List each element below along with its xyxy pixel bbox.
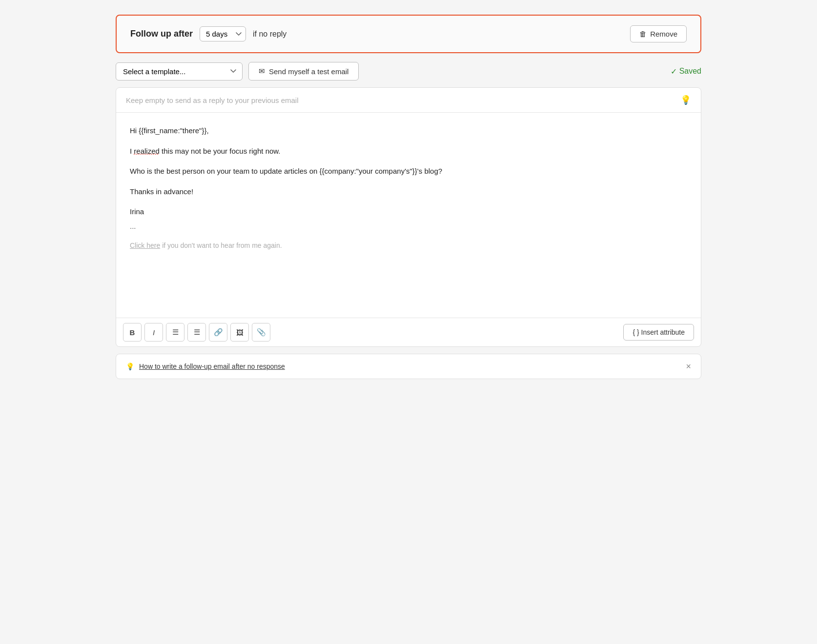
bold-button[interactable]: B [123,323,142,342]
insert-attr-label: { } Insert attribute [633,328,685,336]
bullet-list-button[interactable]: ☰ [166,323,184,342]
days-select[interactable]: 5 days 1 day 2 days 3 days 4 days 7 days… [200,26,246,41]
trash-icon: 🗑 [639,30,647,38]
subject-placeholder: Keep empty to send as a reply to your pr… [126,96,299,104]
attachment-icon: 📎 [257,328,266,337]
link-button[interactable]: 🔗 [209,323,227,342]
remove-button[interactable]: 🗑 Remove [630,25,687,42]
spellcheck-word: realized [134,147,160,155]
followup-suffix: if no reply [253,30,286,39]
body-line4: Thanks in advance! [130,185,687,198]
remove-label: Remove [650,30,677,38]
format-buttons: B I ☰ ☰ 🔗 🖼 📎 [123,323,270,342]
email-card: Keep empty to send as a reply to your pr… [116,87,701,347]
page-container: Follow up after 5 days 1 day 2 days 3 da… [116,15,701,379]
saved-label: Saved [679,67,701,76]
unsubscribe-link[interactable]: Click here [130,242,160,249]
followup-left: Follow up after 5 days 1 day 2 days 3 da… [130,26,286,41]
image-button[interactable]: 🖼 [230,323,249,342]
saved-status: ✓ Saved [671,67,701,76]
italic-icon: I [153,328,155,337]
bold-icon: B [130,328,135,337]
test-email-label: Send myself a test email [269,67,348,76]
bulb-icon: 💡 [680,95,691,105]
test-email-button[interactable]: ✉ Send myself a test email [248,62,359,80]
bullet-list-icon: ☰ [172,328,179,337]
help-close-button[interactable]: × [686,362,691,371]
italic-button[interactable]: I [144,323,163,342]
toolbar-row: Select a template... ✉ Send myself a tes… [116,62,701,80]
image-icon: 🖼 [236,328,244,337]
ellipsis-line: ... [130,220,687,233]
subject-row[interactable]: Keep empty to send as a reply to your pr… [116,88,701,113]
unsubscribe-line: Click here if you don't want to hear fro… [130,240,687,252]
ordered-list-button[interactable]: ☰ [187,323,206,342]
link-icon: 🔗 [214,328,223,337]
help-bulb-icon: 💡 [126,362,134,370]
greeting-line: Hi {{first_name:"there"}}, [130,124,687,137]
signature-line: Irina [130,205,687,218]
body-line3: Who is the best person on your team to u… [130,165,687,178]
help-bar: 💡 How to write a follow-up email after n… [116,354,701,379]
followup-bar: Follow up after 5 days 1 day 2 days 3 da… [116,15,701,53]
followup-label: Follow up after [130,29,193,39]
ordered-list-icon: ☰ [194,328,200,337]
attachment-button[interactable]: 📎 [252,323,270,342]
checkmark-icon: ✓ [671,67,677,76]
editor-toolbar: B I ☰ ☰ 🔗 🖼 📎 [116,318,701,346]
email-body[interactable]: Hi {{first_name:"there"}}, I realized th… [116,113,701,318]
help-bar-left: 💡 How to write a follow-up email after n… [126,362,285,370]
help-link[interactable]: How to write a follow-up email after no … [139,362,285,370]
template-select[interactable]: Select a template... [116,62,243,80]
unsubscribe-text: if you don't want to hear from me again. [162,242,282,249]
insert-attribute-button[interactable]: { } Insert attribute [623,324,694,341]
body-line2: I realized this may not be your focus ri… [130,145,687,158]
envelope-icon: ✉ [259,67,265,76]
